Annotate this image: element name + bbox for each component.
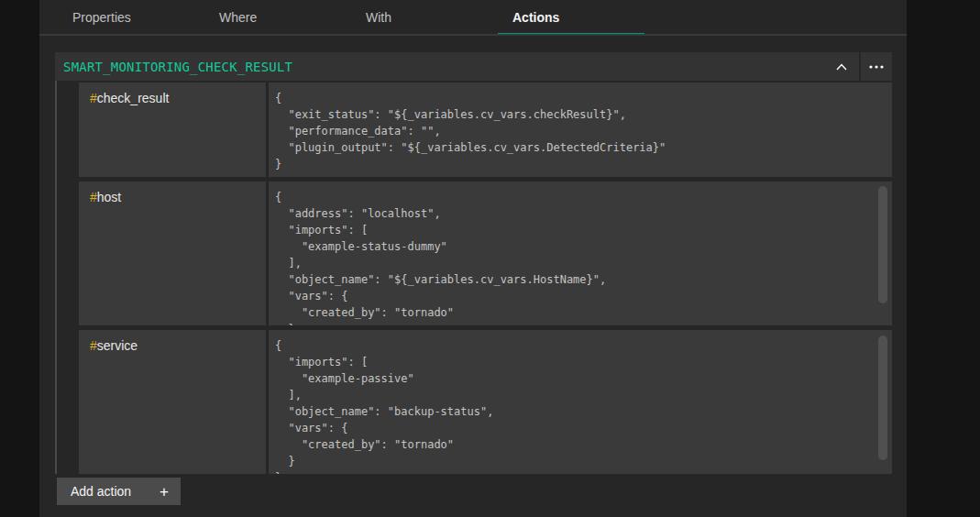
action-key-host: #host [79,182,266,325]
hash-prefix: # [90,338,97,353]
tab-where[interactable]: Where [204,0,351,34]
tab-with-label: With [366,10,391,25]
tab-where-label: Where [219,10,257,25]
scrollbar-thumb[interactable] [878,336,887,460]
action-key-label: check_result [97,91,170,105]
action-card-header-bar[interactable]: SMART_MONITORING_CHECK_RESULT [55,52,859,81]
action-card-header: SMART_MONITORING_CHECK_RESULT [55,52,892,81]
tab-actions-label: Actions [512,10,559,25]
action-key-check-result: #check_result [79,82,266,177]
json-code: { "imports": [ "example-passive" ], "obj… [269,330,892,474]
json-editor-service[interactable]: { "imports": [ "example-passive" ], "obj… [269,330,892,474]
json-code: { "address": "localhost", "imports": [ "… [269,182,892,325]
tab-with[interactable]: With [351,0,498,34]
tab-bar: Properties Where With Actions [39,0,907,34]
tab-actions[interactable]: Actions [498,0,644,34]
overflow-menu-button[interactable] [861,52,892,81]
action-card-title: SMART_MONITORING_CHECK_RESULT [63,60,824,74]
add-action-label: Add action [71,484,160,499]
scrollbar-thumb[interactable] [878,186,887,303]
add-action-button[interactable]: Add action + [57,478,181,505]
card-indent-line [55,81,57,474]
action-key-service: #service [79,330,266,474]
json-editor-host[interactable]: { "address": "localhost", "imports": [ "… [269,182,892,325]
collapse-button[interactable] [824,52,859,81]
action-key-label: host [97,190,121,204]
rule-editor-screen: Properties Where With Actions SMART_MONI… [0,0,980,517]
hash-prefix: # [90,190,97,204]
hash-prefix: # [90,91,97,105]
chevron-up-icon [836,63,847,71]
plus-icon: + [160,484,169,500]
tab-properties[interactable]: Properties [58,0,204,34]
tab-properties-label: Properties [72,10,131,25]
actions-panel: Properties Where With Actions SMART_MONI… [39,0,907,517]
tabbar-divider [39,34,907,36]
json-code: { "exit_status": "${_variables.cv_vars.c… [269,82,892,172]
action-key-label: service [97,338,138,353]
ellipsis-icon [869,65,884,69]
json-editor-check-result[interactable]: { "exit_status": "${_variables.cv_vars.c… [269,82,892,177]
